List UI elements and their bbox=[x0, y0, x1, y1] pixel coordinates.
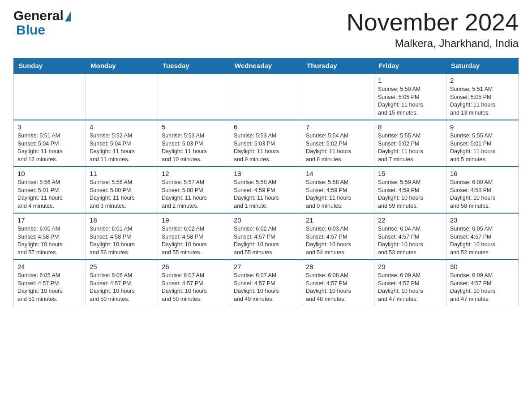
day-info: Sunrise: 5:57 AM Sunset: 5:00 PM Dayligh… bbox=[162, 179, 226, 210]
day-number: 17 bbox=[17, 216, 82, 224]
day-info: Sunrise: 5:59 AM Sunset: 4:59 PM Dayligh… bbox=[378, 179, 442, 210]
day-info: Sunrise: 6:09 AM Sunset: 4:57 PM Dayligh… bbox=[450, 272, 515, 303]
day-number: 10 bbox=[17, 170, 82, 177]
day-number: 23 bbox=[450, 216, 515, 224]
logo-triangle-icon bbox=[65, 12, 71, 21]
day-number: 4 bbox=[90, 123, 154, 131]
day-cell: 16Sunrise: 6:00 AM Sunset: 4:58 PM Dayli… bbox=[446, 167, 519, 213]
week-row-3: 10Sunrise: 5:56 AM Sunset: 5:01 PM Dayli… bbox=[14, 167, 519, 213]
day-cell: 24Sunrise: 6:05 AM Sunset: 4:57 PM Dayli… bbox=[14, 260, 86, 306]
day-info: Sunrise: 6:05 AM Sunset: 4:57 PM Dayligh… bbox=[450, 225, 515, 257]
day-info: Sunrise: 6:08 AM Sunset: 4:57 PM Dayligh… bbox=[306, 272, 370, 303]
day-info: Sunrise: 5:52 AM Sunset: 5:04 PM Dayligh… bbox=[90, 132, 154, 163]
day-cell: 12Sunrise: 5:57 AM Sunset: 5:00 PM Dayli… bbox=[158, 167, 230, 213]
day-info: Sunrise: 6:09 AM Sunset: 4:57 PM Dayligh… bbox=[378, 272, 442, 303]
week-row-4: 17Sunrise: 6:00 AM Sunset: 4:58 PM Dayli… bbox=[14, 213, 519, 260]
weekday-header-monday: Monday bbox=[86, 58, 158, 74]
day-cell: 13Sunrise: 5:58 AM Sunset: 4:59 PM Dayli… bbox=[230, 167, 302, 213]
day-cell: 6Sunrise: 5:53 AM Sunset: 5:03 PM Daylig… bbox=[230, 120, 302, 167]
day-cell: 8Sunrise: 5:55 AM Sunset: 5:02 PM Daylig… bbox=[374, 120, 446, 167]
calendar-table: SundayMondayTuesdayWednesdayThursdayFrid… bbox=[13, 58, 519, 306]
day-number: 18 bbox=[90, 216, 154, 224]
day-number: 22 bbox=[378, 216, 442, 224]
day-number: 6 bbox=[234, 123, 298, 131]
day-number: 19 bbox=[162, 216, 226, 224]
day-cell: 18Sunrise: 6:01 AM Sunset: 4:58 PM Dayli… bbox=[86, 213, 158, 260]
day-info: Sunrise: 5:53 AM Sunset: 5:03 PM Dayligh… bbox=[234, 132, 298, 163]
day-info: Sunrise: 5:56 AM Sunset: 5:01 PM Dayligh… bbox=[17, 179, 82, 210]
day-cell: 3Sunrise: 5:51 AM Sunset: 5:04 PM Daylig… bbox=[14, 120, 86, 167]
day-number: 2 bbox=[450, 77, 515, 84]
day-info: Sunrise: 5:54 AM Sunset: 5:02 PM Dayligh… bbox=[306, 132, 370, 163]
day-number: 5 bbox=[162, 123, 226, 131]
day-cell: 30Sunrise: 6:09 AM Sunset: 4:57 PM Dayli… bbox=[446, 260, 519, 306]
week-row-5: 24Sunrise: 6:05 AM Sunset: 4:57 PM Dayli… bbox=[14, 260, 519, 306]
day-info: Sunrise: 5:55 AM Sunset: 5:02 PM Dayligh… bbox=[378, 132, 442, 163]
week-row-2: 3Sunrise: 5:51 AM Sunset: 5:04 PM Daylig… bbox=[14, 120, 519, 167]
day-number: 28 bbox=[306, 263, 370, 270]
day-number: 30 bbox=[450, 263, 515, 270]
day-cell: 23Sunrise: 6:05 AM Sunset: 4:57 PM Dayli… bbox=[446, 213, 519, 260]
day-cell bbox=[158, 73, 230, 120]
day-number: 8 bbox=[378, 123, 442, 131]
day-info: Sunrise: 5:53 AM Sunset: 5:03 PM Dayligh… bbox=[162, 132, 226, 163]
day-number: 20 bbox=[234, 216, 298, 224]
page-header: General Blue November 2024 Malkera, Jhar… bbox=[13, 9, 519, 50]
day-number: 11 bbox=[90, 170, 154, 177]
day-info: Sunrise: 5:50 AM Sunset: 5:05 PM Dayligh… bbox=[378, 86, 442, 117]
title-block: November 2024 Malkera, Jharkhand, India bbox=[347, 9, 519, 50]
day-info: Sunrise: 6:03 AM Sunset: 4:57 PM Dayligh… bbox=[306, 225, 370, 257]
day-number: 24 bbox=[17, 263, 82, 270]
main-title: November 2024 bbox=[347, 9, 519, 35]
day-cell bbox=[302, 73, 374, 120]
day-cell: 26Sunrise: 6:07 AM Sunset: 4:57 PM Dayli… bbox=[158, 260, 230, 306]
day-number: 26 bbox=[162, 263, 226, 270]
weekday-header-tuesday: Tuesday bbox=[158, 58, 230, 74]
day-cell: 1Sunrise: 5:50 AM Sunset: 5:05 PM Daylig… bbox=[374, 73, 446, 120]
day-number: 15 bbox=[378, 170, 442, 177]
day-info: Sunrise: 5:51 AM Sunset: 5:05 PM Dayligh… bbox=[450, 86, 515, 117]
day-number: 21 bbox=[306, 216, 370, 224]
day-info: Sunrise: 6:00 AM Sunset: 4:58 PM Dayligh… bbox=[17, 225, 82, 257]
day-cell: 10Sunrise: 5:56 AM Sunset: 5:01 PM Dayli… bbox=[14, 167, 86, 213]
day-info: Sunrise: 6:01 AM Sunset: 4:58 PM Dayligh… bbox=[90, 225, 154, 257]
day-info: Sunrise: 5:56 AM Sunset: 5:00 PM Dayligh… bbox=[90, 179, 154, 210]
day-number: 25 bbox=[90, 263, 154, 270]
day-cell: 17Sunrise: 6:00 AM Sunset: 4:58 PM Dayli… bbox=[14, 213, 86, 260]
day-cell: 14Sunrise: 5:58 AM Sunset: 4:59 PM Dayli… bbox=[302, 167, 374, 213]
day-info: Sunrise: 5:55 AM Sunset: 5:01 PM Dayligh… bbox=[450, 132, 515, 163]
day-cell: 29Sunrise: 6:09 AM Sunset: 4:57 PM Dayli… bbox=[374, 260, 446, 306]
day-number: 13 bbox=[234, 170, 298, 177]
week-row-1: 1Sunrise: 5:50 AM Sunset: 5:05 PM Daylig… bbox=[14, 73, 519, 120]
day-cell bbox=[86, 73, 158, 120]
day-number: 14 bbox=[306, 170, 370, 177]
day-cell: 4Sunrise: 5:52 AM Sunset: 5:04 PM Daylig… bbox=[86, 120, 158, 167]
weekday-header-thursday: Thursday bbox=[302, 58, 374, 74]
day-info: Sunrise: 6:02 AM Sunset: 4:57 PM Dayligh… bbox=[234, 225, 298, 257]
day-cell: 19Sunrise: 6:02 AM Sunset: 4:58 PM Dayli… bbox=[158, 213, 230, 260]
day-info: Sunrise: 5:51 AM Sunset: 5:04 PM Dayligh… bbox=[17, 132, 82, 163]
weekday-header-row: SundayMondayTuesdayWednesdayThursdayFrid… bbox=[14, 58, 519, 74]
day-number: 12 bbox=[162, 170, 226, 177]
day-cell bbox=[14, 73, 86, 120]
day-cell: 21Sunrise: 6:03 AM Sunset: 4:57 PM Dayli… bbox=[302, 213, 374, 260]
day-number: 1 bbox=[378, 77, 442, 84]
day-cell: 20Sunrise: 6:02 AM Sunset: 4:57 PM Dayli… bbox=[230, 213, 302, 260]
day-cell: 22Sunrise: 6:04 AM Sunset: 4:57 PM Dayli… bbox=[374, 213, 446, 260]
day-cell bbox=[230, 73, 302, 120]
weekday-header-sunday: Sunday bbox=[14, 58, 86, 74]
logo-general-text: General bbox=[13, 9, 64, 22]
day-info: Sunrise: 6:07 AM Sunset: 4:57 PM Dayligh… bbox=[234, 272, 298, 303]
day-number: 7 bbox=[306, 123, 370, 131]
logo: General Blue bbox=[13, 9, 71, 38]
day-number: 29 bbox=[378, 263, 442, 270]
day-info: Sunrise: 5:58 AM Sunset: 4:59 PM Dayligh… bbox=[234, 179, 298, 210]
day-cell: 25Sunrise: 6:06 AM Sunset: 4:57 PM Dayli… bbox=[86, 260, 158, 306]
day-cell: 15Sunrise: 5:59 AM Sunset: 4:59 PM Dayli… bbox=[374, 167, 446, 213]
day-info: Sunrise: 6:06 AM Sunset: 4:57 PM Dayligh… bbox=[90, 272, 154, 303]
day-number: 3 bbox=[17, 123, 82, 131]
day-info: Sunrise: 6:04 AM Sunset: 4:57 PM Dayligh… bbox=[378, 225, 442, 257]
day-cell: 27Sunrise: 6:07 AM Sunset: 4:57 PM Dayli… bbox=[230, 260, 302, 306]
day-info: Sunrise: 5:58 AM Sunset: 4:59 PM Dayligh… bbox=[306, 179, 370, 210]
day-cell: 2Sunrise: 5:51 AM Sunset: 5:05 PM Daylig… bbox=[446, 73, 519, 120]
